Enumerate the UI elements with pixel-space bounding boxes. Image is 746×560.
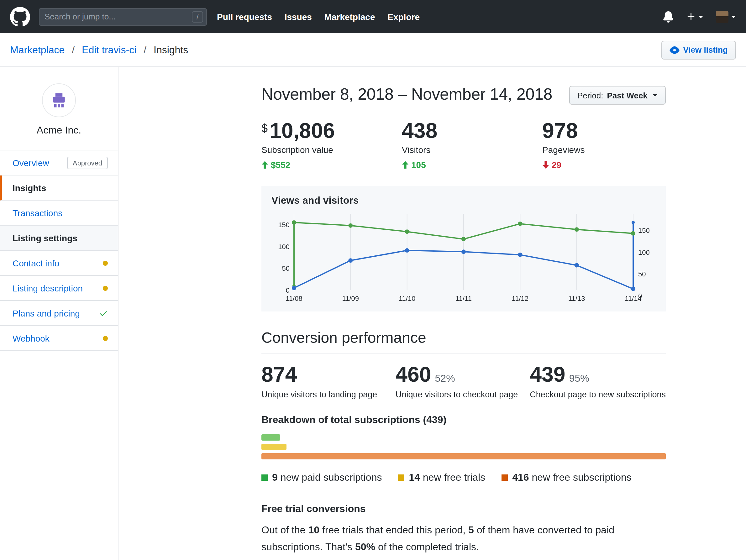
approved-badge: Approved	[67, 156, 108, 169]
nav-explore[interactable]: Explore	[388, 11, 420, 22]
search-box: /	[39, 8, 207, 25]
arrow-up-icon	[402, 160, 411, 170]
sidebar-section-listing-settings: Listing settings	[0, 226, 118, 251]
user-menu[interactable]	[716, 10, 736, 23]
arrow-up-icon	[261, 160, 271, 170]
period-dropdown[interactable]: Period: Past Week	[569, 86, 666, 105]
chevron-down-icon	[653, 94, 658, 99]
conversion-performance-title: Conversion performance	[261, 329, 666, 354]
create-new-menu[interactable]	[686, 12, 704, 21]
paid-subscriptions-bar	[261, 435, 280, 441]
nav-marketplace[interactable]: Marketplace	[324, 11, 375, 22]
svg-text:11/11: 11/11	[455, 295, 472, 303]
slash-key-hint: /	[192, 11, 203, 22]
svg-text:50: 50	[282, 265, 290, 273]
legend-swatch-icon	[398, 475, 404, 481]
plus-icon	[686, 12, 696, 21]
github-mark-icon	[10, 7, 30, 27]
breadcrumb-edit-travis-ci[interactable]: Edit travis-ci	[82, 44, 136, 55]
eye-icon	[669, 45, 679, 55]
github-logo[interactable]	[10, 7, 30, 27]
org-name: Acme Inc.	[0, 125, 118, 136]
svg-text:0: 0	[286, 287, 290, 295]
org-header: Acme Inc.	[0, 67, 118, 150]
chevron-down-icon	[731, 16, 736, 20]
breakdown-legend: 9 new paid subscriptions 14 new free tri…	[261, 472, 666, 483]
search-input[interactable]	[39, 8, 207, 25]
svg-text:11/08: 11/08	[286, 295, 302, 303]
top-nav-right	[663, 10, 736, 23]
views-visitors-chart-card: Views and visitors 11/0811/0911/1011/111…	[261, 186, 666, 312]
svg-text:11/13: 11/13	[568, 295, 585, 303]
stat-landing-page: 874 Unique visitors to landing page	[261, 362, 396, 400]
free-trial-conversions-title: Free trial conversions	[261, 504, 666, 515]
sidebar-item-transactions[interactable]: Transactions	[0, 201, 118, 226]
free-trials-bar	[261, 444, 286, 450]
notifications-button[interactable]	[663, 11, 674, 22]
metric-pageviews: 978 Pageviews 29	[542, 119, 584, 170]
breakdown-title: Breakdown of total subscriptions (439)	[261, 415, 666, 426]
page-body: Acme Inc. Overview Approved Insights Tra…	[0, 67, 746, 560]
stat-new-subscriptions: 43995% Checkout page to new subscription…	[530, 362, 666, 400]
breadcrumb: Marketplace / Edit travis-ci / Insights	[10, 44, 188, 56]
breadcrumb-marketplace[interactable]: Marketplace	[10, 44, 64, 55]
svg-text:11/09: 11/09	[342, 295, 359, 303]
metric-subscription-value: $10,806 Subscription value $552	[261, 119, 402, 170]
attention-dot-icon	[103, 286, 108, 291]
sidebar-item-webhook[interactable]: Webhook	[0, 326, 118, 351]
sidebar-item-overview[interactable]: Overview Approved	[0, 150, 118, 176]
sidebar: Acme Inc. Overview Approved Insights Tra…	[0, 67, 118, 560]
legend-free-trials: 14 new free trials	[398, 472, 485, 483]
svg-text:100: 100	[638, 248, 650, 256]
sidebar-item-plans-and-pricing[interactable]: Plans and pricing	[0, 301, 118, 326]
arrow-down-icon	[542, 160, 552, 170]
legend-swatch-icon	[501, 475, 508, 481]
top-nav-links: Pull requests Issues Marketplace Explore	[217, 11, 430, 22]
nav-pull-requests[interactable]: Pull requests	[217, 11, 272, 22]
breadcrumb-separator: /	[144, 44, 146, 55]
nav-issues[interactable]: Issues	[285, 11, 312, 22]
bell-icon	[663, 11, 674, 22]
breadcrumb-insights: Insights	[153, 44, 188, 55]
check-icon	[99, 309, 108, 318]
free-trial-conversions-text: Out of the 10 free trials that ended thi…	[261, 522, 666, 556]
user-avatar	[716, 10, 728, 23]
sidebar-item-insights[interactable]: Insights	[0, 176, 118, 201]
svg-text:11/10: 11/10	[399, 295, 415, 303]
stat-checkout-page: 46052% Unique visitors to checkout page	[396, 362, 530, 400]
insights-content: November 8, 2018 – November 14, 2018 Per…	[261, 67, 666, 560]
breadcrumb-bar: Marketplace / Edit travis-ci / Insights …	[0, 33, 746, 67]
sidebar-menu: Overview Approved Insights Transactions …	[0, 150, 118, 351]
summary-metrics: $10,806 Subscription value $552 438 Visi…	[261, 119, 666, 170]
legend-paid-subscriptions: 9 new paid subscriptions	[261, 472, 382, 483]
attention-dot-icon	[103, 335, 108, 341]
svg-text:11/12: 11/12	[512, 295, 528, 303]
main-content: November 8, 2018 – November 14, 2018 Per…	[118, 67, 746, 560]
metric-visitors: 438 Visitors 105	[402, 119, 542, 170]
svg-text:150: 150	[278, 221, 290, 229]
legend-free-subscriptions: 416 new free subscriptions	[501, 472, 632, 483]
attention-dot-icon	[103, 260, 108, 265]
view-listing-button[interactable]: View listing	[661, 40, 736, 59]
free-subscriptions-bar	[261, 453, 666, 460]
svg-text:50: 50	[638, 270, 646, 278]
views-visitors-chart: 11/0811/0911/1011/1111/1211/1311/1400505…	[271, 210, 656, 304]
svg-text:0: 0	[638, 292, 642, 300]
chart-title: Views and visitors	[271, 195, 656, 207]
svg-text:100: 100	[278, 243, 290, 251]
top-nav: / Pull requests Issues Marketplace Explo…	[0, 0, 746, 33]
conversion-stats: 874 Unique visitors to landing page 4605…	[261, 362, 666, 400]
org-avatar	[42, 83, 76, 117]
svg-text:150: 150	[638, 227, 650, 235]
sidebar-item-listing-description[interactable]: Listing description	[0, 276, 118, 301]
legend-swatch-icon	[261, 475, 268, 481]
breadcrumb-separator: /	[72, 44, 75, 55]
travis-ci-logo-icon	[50, 91, 68, 110]
subscription-breakdown-bars	[261, 435, 666, 460]
github-marketplace-insights-page: / Pull requests Issues Marketplace Explo…	[0, 0, 746, 560]
chevron-down-icon	[698, 16, 704, 20]
sidebar-item-contact-info[interactable]: Contact info	[0, 251, 118, 276]
